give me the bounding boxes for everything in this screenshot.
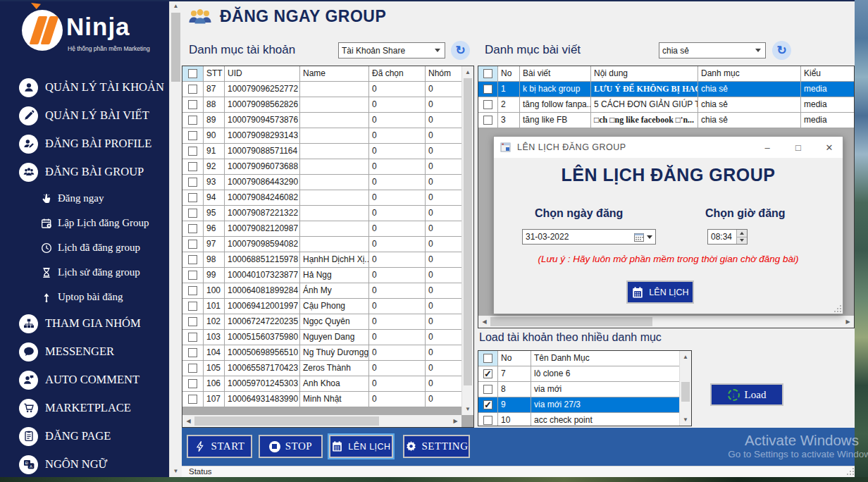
account-row[interactable]: 87 100079096252772 0 0 (182, 82, 461, 97)
account-row[interactable]: 103 100051560375980 Nguyen Dang 0 0 (182, 330, 461, 345)
row-checkbox[interactable] (188, 85, 197, 94)
row-checkbox[interactable] (188, 131, 197, 140)
row-checkbox[interactable] (188, 364, 197, 373)
sidebar-item[interactable]: ĐĂNG PAGE (0, 422, 169, 450)
row-checkbox[interactable] (483, 100, 492, 109)
start-button[interactable]: START (187, 435, 252, 458)
row-checkbox[interactable] (483, 416, 492, 425)
column-header[interactable]: Kiểu (801, 66, 854, 81)
sidebar-item[interactable]: ĐĂNG BÀI PROFILE (0, 130, 169, 158)
sidebar-item[interactable]: QUẢN LÝ BÀI VIẾT (0, 101, 169, 130)
account-row[interactable]: 104 100050698956510 Ng Thuỳ Dươngg 0 0 (182, 345, 461, 361)
sidebar-item[interactable]: Uptop bài đăng (0, 285, 169, 309)
column-header[interactable]: No (498, 351, 531, 366)
row-checkbox[interactable] (188, 224, 197, 233)
stop-button[interactable]: STOP (259, 435, 323, 458)
date-picker[interactable]: 31-03-2022 (522, 229, 656, 245)
row-checkbox[interactable] (188, 162, 197, 171)
row-checkbox[interactable] (188, 116, 197, 125)
scroll-left-arrow-icon[interactable]: ◀ (182, 415, 194, 427)
sidebar-item[interactable]: Lập Lịch đăng Group (0, 211, 169, 235)
resize-grip[interactable] (847, 468, 854, 475)
account-row[interactable]: 98 100068851215978 HạnhH DịchH Xị... 0 0 (182, 252, 461, 268)
account-row[interactable]: 107 100064931483990 Minh Nhật 0 0 (182, 392, 461, 407)
sidebar-item[interactable]: THAM GIA NHÓM (0, 309, 169, 338)
account-row[interactable]: 94 100079084246082 0 0 (182, 190, 461, 206)
category-row[interactable]: 10 acc check point (478, 413, 679, 426)
account-row[interactable]: 105 100065587170423 Zeros Thành 0 0 (182, 361, 461, 376)
post-category-select[interactable]: chia sẻ (659, 42, 766, 58)
schedule-button[interactable]: LÊN LỊCH (329, 435, 393, 458)
column-header[interactable]: UID (225, 66, 300, 81)
scroll-up-arrow-icon[interactable]: ▲ (680, 351, 691, 363)
row-checkbox[interactable] (483, 369, 492, 378)
window-vertical-scrollbar[interactable]: ▲ ▼ (169, 0, 182, 477)
scrollbar-thumb[interactable] (171, 13, 180, 82)
row-checkbox[interactable] (483, 385, 492, 394)
column-header[interactable]: Đã chọn (369, 66, 426, 81)
column-header[interactable]: Nội dung (591, 66, 698, 81)
sidebar-item[interactable]: AUTO COMMENT (0, 366, 169, 394)
account-row[interactable]: 92 100079096073688 0 0 (182, 159, 461, 175)
scroll-down-arrow-icon[interactable]: ▼ (680, 414, 691, 426)
spin-down-icon[interactable] (737, 237, 747, 245)
post-row[interactable]: 2 tăng follow fanpa... 5 CÁCH ĐƠN GIẢN G… (478, 97, 854, 113)
row-checkbox[interactable] (188, 286, 197, 295)
category-vertical-scrollbar[interactable]: ▲ ▼ (679, 351, 691, 426)
schedule-submit-button[interactable]: LÊN LỊCH (626, 280, 694, 304)
column-header[interactable]: STT (204, 66, 225, 81)
column-header[interactable]: Bài viết (520, 66, 591, 81)
row-checkbox[interactable] (188, 348, 197, 357)
maximize-button[interactable]: □ (788, 137, 809, 158)
sidebar-item[interactable]: ĐĂNG BÀI GROUP (0, 158, 169, 186)
accounts-horizontal-scrollbar[interactable]: ◀ ▶ (182, 415, 461, 427)
scroll-down-arrow-icon[interactable]: ▼ (170, 465, 182, 477)
select-all-checkbox[interactable] (483, 354, 492, 363)
row-checkbox[interactable] (188, 271, 197, 280)
post-row[interactable]: 3 tăng like FB □ch □ng like facebook □'n… (478, 113, 854, 128)
row-checkbox[interactable] (188, 302, 197, 311)
row-checkbox[interactable] (188, 193, 197, 202)
row-checkbox[interactable] (188, 178, 197, 187)
category-row[interactable]: 9 via mới 27/3 (478, 397, 679, 413)
account-row[interactable]: 95 100079087221322 0 0 (182, 206, 461, 221)
scroll-right-arrow-icon[interactable]: ▶ (450, 415, 461, 427)
resize-grip[interactable] (834, 305, 841, 312)
scroll-left-arrow-icon[interactable]: ◀ (478, 316, 490, 328)
row-checkbox[interactable] (188, 147, 197, 156)
account-row[interactable]: 89 100079094573876 0 0 (182, 113, 461, 128)
account-row[interactable]: 99 100040107323877 Hả Ngg 0 0 (182, 268, 461, 283)
scrollbar-thumb[interactable] (464, 78, 472, 385)
account-row[interactable]: 88 100079098562826 0 0 (182, 97, 461, 113)
column-header[interactable]: Danh mục (698, 66, 801, 81)
refresh-posts-button[interactable]: ↻ (772, 41, 791, 60)
category-row[interactable]: 8 via mới (478, 382, 679, 397)
sidebar-item[interactable]: MARKETPLACE (0, 394, 169, 422)
column-header[interactable]: No (498, 66, 520, 81)
account-row[interactable]: 106 100059701245303 Anh Khoa 0 0 (182, 376, 461, 392)
scroll-up-arrow-icon[interactable]: ▲ (170, 0, 182, 12)
scrollbar-thumb[interactable] (490, 317, 652, 326)
accounts-vertical-scrollbar[interactable]: ▲ ▼ (461, 66, 473, 415)
load-button[interactable]: ↓ Load (710, 383, 783, 406)
sidebar-item[interactable]: QUẢN LÝ TÀI KHOẢN (0, 73, 169, 101)
row-checkbox[interactable] (188, 379, 197, 388)
account-row[interactable]: 96 100079082120987 0 0 (182, 221, 461, 237)
close-button[interactable]: ✕ (819, 137, 840, 158)
sidebar-item[interactable]: Lịch đã đăng group (0, 235, 169, 260)
row-checkbox[interactable] (483, 116, 492, 125)
account-row[interactable]: 97 100079098594082 0 0 (182, 237, 461, 252)
dialog-titlebar[interactable]: LÊN LỊCH ĐĂNG GROUP – □ ✕ (494, 137, 843, 158)
row-checkbox[interactable] (188, 240, 197, 249)
column-header[interactable]: Tên Danh Mục (531, 351, 679, 366)
sidebar-item[interactable]: Lịch sử đăng group (0, 260, 169, 285)
row-checkbox[interactable] (483, 400, 492, 409)
category-row[interactable]: 7 lô clone 6 (478, 366, 679, 382)
scroll-down-arrow-icon[interactable]: ▼ (462, 403, 473, 415)
row-checkbox[interactable] (188, 209, 197, 218)
account-row[interactable]: 102 100067247220235 Ngọc Quyên 0 0 (182, 314, 461, 330)
setting-button[interactable]: SETTING (403, 435, 470, 458)
chevron-down-icon[interactable] (647, 235, 652, 239)
account-row[interactable]: 93 100079086443290 0 0 (182, 175, 461, 190)
scrollbar-thumb[interactable] (681, 382, 690, 402)
